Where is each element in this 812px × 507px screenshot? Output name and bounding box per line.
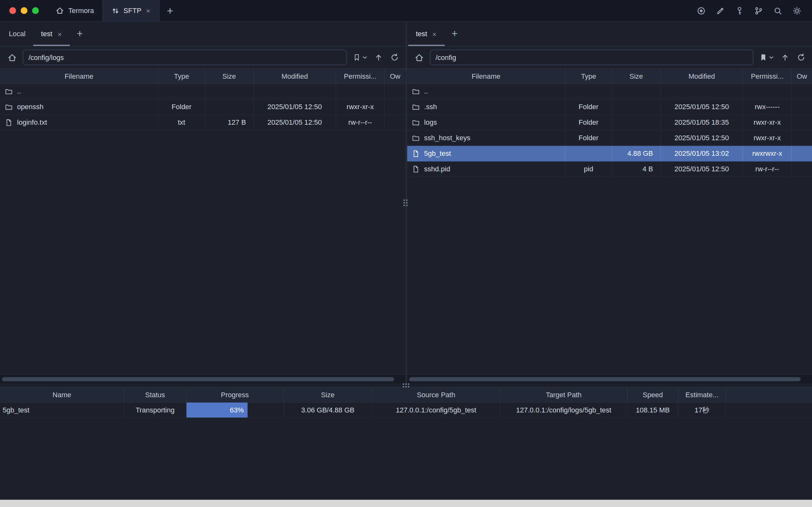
bookmark-button[interactable] xyxy=(352,52,368,63)
file-list-empty-area xyxy=(0,130,405,374)
file-type: Folder xyxy=(565,130,612,145)
column-header-modified[interactable]: Modified xyxy=(661,69,743,83)
zoom-window-button[interactable] xyxy=(32,7,39,14)
tab-termora[interactable]: Termora xyxy=(47,0,102,21)
file-type: pid xyxy=(565,162,612,176)
file-name: openssh xyxy=(17,99,44,114)
tab-test[interactable]: test × xyxy=(408,21,445,46)
file-permissions xyxy=(743,84,792,99)
column-header-status[interactable]: Status xyxy=(124,387,187,402)
transfer-panel: Name Status Progress Size Source Path Ta… xyxy=(0,387,812,418)
column-header-target-path[interactable]: Target Path xyxy=(500,387,628,402)
transfer-row[interactable]: 5gb_test Transporting 63% 3.06 GB/4.88 G… xyxy=(0,403,812,418)
tab-test[interactable]: test × xyxy=(33,21,70,46)
column-header-filler xyxy=(726,387,812,402)
vertical-splitter[interactable] xyxy=(405,21,407,383)
column-header-owner[interactable]: Ow xyxy=(792,69,812,83)
file-type: Folder xyxy=(565,115,612,130)
tab-label: Local xyxy=(9,30,26,38)
file-permissions: rwxrwxr-x xyxy=(743,146,792,161)
column-header-permissions[interactable]: Permissi... xyxy=(743,69,792,83)
column-header-progress[interactable]: Progress xyxy=(186,387,284,402)
refresh-button[interactable] xyxy=(796,52,807,63)
file-modified: 2025/01/05 12:50 xyxy=(254,115,336,130)
close-tab-icon[interactable]: × xyxy=(432,30,437,38)
close-window-button[interactable] xyxy=(9,7,16,14)
app-window: Termora SFTP × + xyxy=(0,0,812,507)
column-header-type[interactable]: Type xyxy=(565,69,612,83)
column-header-filename[interactable]: Filename xyxy=(0,69,158,83)
new-window-tab-button[interactable]: + xyxy=(161,0,179,21)
home-button[interactable] xyxy=(413,51,425,63)
column-header-filename[interactable]: Filename xyxy=(407,69,565,83)
folder-icon xyxy=(5,103,13,111)
parent-directory-button[interactable] xyxy=(779,52,791,63)
splitter-grip-icon xyxy=(402,383,409,387)
file-row[interactable]: .. xyxy=(407,84,812,99)
home-button[interactable] xyxy=(6,51,18,63)
parent-directory-button[interactable] xyxy=(373,52,384,63)
tab-local[interactable]: Local xyxy=(1,21,33,46)
branch-icon[interactable] xyxy=(753,5,764,16)
column-header-type[interactable]: Type xyxy=(158,69,205,83)
file-permissions xyxy=(336,84,385,99)
file-icon xyxy=(412,165,420,173)
tab-label: test xyxy=(41,30,52,38)
minimize-window-button[interactable] xyxy=(21,7,27,14)
file-modified: 2025/01/05 12:50 xyxy=(661,162,743,176)
left-path-toolbar xyxy=(0,47,405,68)
column-header-size[interactable]: Size xyxy=(205,69,254,83)
file-list-empty-area xyxy=(407,177,812,374)
search-icon[interactable] xyxy=(772,5,783,16)
column-header-modified[interactable]: Modified xyxy=(254,69,336,83)
path-input[interactable] xyxy=(23,50,347,65)
file-name: .. xyxy=(17,84,21,99)
close-tab-icon[interactable]: × xyxy=(145,7,151,14)
file-size xyxy=(205,84,254,99)
column-header-speed[interactable]: Speed xyxy=(628,387,679,402)
file-row[interactable]: logs Folder 2025/01/05 18:35 rwxr-xr-x xyxy=(407,115,812,130)
close-tab-icon[interactable]: × xyxy=(57,30,62,38)
column-header-owner[interactable]: Ow xyxy=(385,69,405,83)
file-row[interactable]: openssh Folder 2025/01/05 12:50 rwxr-xr-… xyxy=(0,99,405,115)
column-header-name[interactable]: Name xyxy=(0,387,124,402)
column-header-size[interactable]: Size xyxy=(284,387,372,402)
file-row[interactable]: .. xyxy=(0,84,405,99)
horizontal-splitter[interactable] xyxy=(0,383,812,387)
file-modified: 2025/01/05 18:35 xyxy=(661,115,743,130)
file-row-selected[interactable]: 5gb_test 4.88 GB 2025/01/05 13:02 rwxrwx… xyxy=(407,146,812,162)
file-row[interactable]: loginfo.txt txt 127 B 2025/01/05 12:50 r… xyxy=(0,115,405,130)
key-icon[interactable] xyxy=(734,5,745,16)
progress-label: 63% xyxy=(186,403,247,417)
file-type: txt xyxy=(158,115,205,130)
column-header-estimate[interactable]: Estimate... xyxy=(679,387,726,402)
scrollbar-thumb[interactable] xyxy=(2,377,394,381)
path-input[interactable] xyxy=(430,50,754,65)
record-icon[interactable] xyxy=(696,5,707,16)
new-pane-tab-button[interactable]: + xyxy=(70,21,90,46)
folder-icon xyxy=(412,103,420,111)
bookmark-button[interactable] xyxy=(758,52,774,63)
column-header-size[interactable]: Size xyxy=(612,69,661,83)
new-pane-tab-button[interactable]: + xyxy=(445,21,464,46)
edit-icon[interactable] xyxy=(714,5,726,16)
file-row[interactable]: sshd.pid pid 4 B 2025/01/05 12:50 rw-r--… xyxy=(407,162,812,177)
file-owner xyxy=(385,84,405,99)
transfer-table-header: Name Status Progress Size Source Path Ta… xyxy=(0,387,812,403)
file-row[interactable]: .ssh Folder 2025/01/05 12:50 rwx------ xyxy=(407,99,812,115)
column-header-source-path[interactable]: Source Path xyxy=(372,387,500,402)
column-header-permissions[interactable]: Permissi... xyxy=(336,69,385,83)
tab-sftp[interactable]: SFTP × xyxy=(102,0,160,21)
file-owner xyxy=(792,130,812,145)
file-row[interactable]: ssh_host_keys Folder 2025/01/05 12:50 rw… xyxy=(407,130,812,146)
scrollbar-thumb[interactable] xyxy=(409,377,801,381)
horizontal-scrollbar xyxy=(407,374,812,383)
transfer-progress-cell: 63% xyxy=(186,403,284,417)
settings-icon[interactable] xyxy=(791,5,803,16)
folder-icon xyxy=(5,87,13,96)
file-modified: 2025/01/05 12:50 xyxy=(661,130,743,145)
file-icon xyxy=(412,149,420,157)
file-table-header: Filename Type Size Modified Permissi... … xyxy=(407,68,812,84)
refresh-button[interactable] xyxy=(389,52,400,63)
file-modified xyxy=(661,84,743,99)
